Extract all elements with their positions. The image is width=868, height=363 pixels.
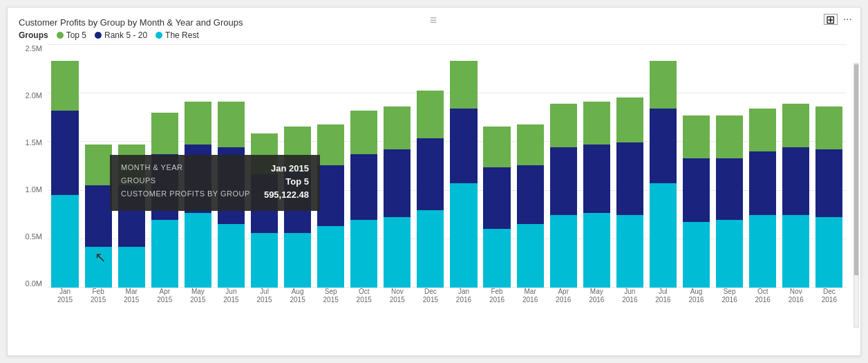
bar-group[interactable] bbox=[415, 44, 446, 288]
x-label-group: Jan2016 bbox=[448, 288, 480, 304]
bar-rest bbox=[483, 229, 510, 288]
x-label-group: Dec2016 bbox=[813, 288, 845, 304]
bar-group[interactable] bbox=[182, 44, 214, 288]
bar-top5 bbox=[749, 109, 776, 151]
bar-rest bbox=[683, 222, 710, 288]
chart-legend: Groups Top 5 Rank 5 - 20 The Rest bbox=[19, 30, 849, 40]
bar-group[interactable] bbox=[714, 44, 746, 288]
bar-top5 bbox=[384, 106, 411, 149]
bar-group[interactable] bbox=[514, 44, 546, 288]
bar-rank bbox=[650, 109, 677, 183]
legend-group-label: Groups bbox=[19, 30, 48, 40]
bar-group[interactable] bbox=[780, 44, 812, 288]
bar-group[interactable] bbox=[813, 44, 845, 288]
bar-group[interactable] bbox=[348, 44, 380, 288]
y-label-0: 0.0M bbox=[15, 279, 45, 288]
x-label-group: May2015 bbox=[182, 288, 214, 304]
legend-dot-rest bbox=[155, 32, 162, 39]
legend-label-rank5-20: Rank 5 - 20 bbox=[104, 30, 147, 40]
bar-rest bbox=[550, 215, 577, 288]
bar-group[interactable] bbox=[547, 44, 579, 288]
bar-top5 bbox=[151, 113, 178, 153]
bar-top5 bbox=[218, 102, 245, 147]
bar-rest bbox=[317, 226, 344, 288]
bar-group[interactable] bbox=[448, 44, 480, 288]
bar-rank bbox=[218, 147, 245, 225]
x-label-group: Jul2015 bbox=[248, 288, 280, 304]
bar-group[interactable] bbox=[680, 44, 712, 288]
x-label-group: Mar2015 bbox=[115, 288, 147, 304]
more-options-icon[interactable]: ··· bbox=[843, 13, 852, 26]
legend-item-top5[interactable]: Top 5 bbox=[57, 30, 86, 40]
bar-rest bbox=[616, 215, 643, 288]
bar-group[interactable] bbox=[215, 44, 247, 288]
bar-rest bbox=[151, 220, 178, 288]
bar-group[interactable] bbox=[481, 44, 513, 288]
bar-rest bbox=[782, 215, 809, 288]
bar-rank bbox=[450, 109, 477, 183]
bar-group[interactable] bbox=[149, 44, 180, 288]
bar-group[interactable] bbox=[315, 44, 347, 288]
x-label-group: Apr2015 bbox=[149, 288, 180, 304]
bar-top5 bbox=[483, 127, 510, 167]
bar-group[interactable] bbox=[282, 44, 314, 288]
bar-rest bbox=[815, 217, 842, 288]
expand-icon[interactable]: ⊞ bbox=[824, 14, 838, 25]
bar-top5 bbox=[782, 104, 809, 147]
bar-rank bbox=[517, 165, 544, 224]
bar-rank bbox=[85, 185, 112, 247]
bar-rest bbox=[716, 220, 743, 288]
bar-rest bbox=[118, 247, 145, 288]
bar-top5 bbox=[251, 133, 278, 174]
x-label-group: Oct2016 bbox=[747, 288, 779, 304]
bar-top5 bbox=[118, 145, 145, 185]
bar-rank bbox=[384, 149, 411, 217]
bar-group[interactable] bbox=[49, 44, 81, 288]
bar-rank bbox=[151, 154, 178, 220]
bar-rest bbox=[51, 195, 78, 288]
bar-rest bbox=[218, 224, 245, 288]
chart-container: ≡ ⊞ ··· Customer Profits by Group by Mon… bbox=[7, 7, 861, 356]
x-label-group: Nov2016 bbox=[780, 288, 812, 304]
y-label-2: 1.0M bbox=[15, 185, 45, 194]
legend-item-rest[interactable]: The Rest bbox=[155, 30, 199, 40]
bar-group[interactable] bbox=[581, 44, 612, 288]
x-label-group: Jun2016 bbox=[614, 288, 645, 304]
x-label-group: Aug2015 bbox=[282, 288, 314, 304]
x-label-group: May2016 bbox=[581, 288, 612, 304]
bar-rest bbox=[417, 210, 444, 288]
bar-rank bbox=[782, 147, 809, 215]
bar-group[interactable] bbox=[747, 44, 779, 288]
bar-top5 bbox=[350, 111, 377, 153]
bar-top5 bbox=[650, 61, 677, 109]
y-label-5: 2.5M bbox=[15, 44, 45, 53]
bar-rank bbox=[251, 174, 278, 233]
bar-rest bbox=[583, 213, 610, 288]
bar-group[interactable] bbox=[614, 44, 645, 288]
bar-top5 bbox=[616, 97, 643, 143]
scrollbar-right[interactable] bbox=[853, 63, 859, 328]
bar-rank bbox=[317, 165, 344, 227]
x-label-group: Mar2016 bbox=[514, 288, 546, 304]
legend-item-rank5-20[interactable]: Rank 5 - 20 bbox=[95, 30, 147, 40]
x-label-group: Feb2015 bbox=[82, 288, 114, 304]
bar-rest bbox=[450, 183, 477, 288]
bar-group[interactable] bbox=[647, 44, 679, 288]
bar-group[interactable] bbox=[381, 44, 413, 288]
bar-top5 bbox=[284, 127, 311, 169]
bar-rest bbox=[384, 217, 411, 288]
chart-area: 0.0M 0.5M 1.0M 1.5M 2.0M 2.5M Jan2015Feb… bbox=[48, 44, 847, 307]
bar-rank bbox=[51, 111, 78, 194]
bar-top5 bbox=[51, 61, 78, 111]
bar-top5 bbox=[716, 115, 743, 158]
bar-group[interactable] bbox=[115, 44, 147, 288]
legend-label-rest: The Rest bbox=[165, 30, 199, 40]
bar-rank bbox=[185, 145, 211, 212]
x-label-group: Jan2015 bbox=[49, 288, 81, 304]
bar-rank bbox=[716, 158, 743, 220]
bar-group[interactable] bbox=[248, 44, 280, 288]
bar-top5 bbox=[450, 61, 477, 109]
bar-rest bbox=[517, 224, 544, 288]
y-label-4: 2.0M bbox=[15, 91, 45, 100]
bars-wrapper bbox=[48, 44, 847, 288]
